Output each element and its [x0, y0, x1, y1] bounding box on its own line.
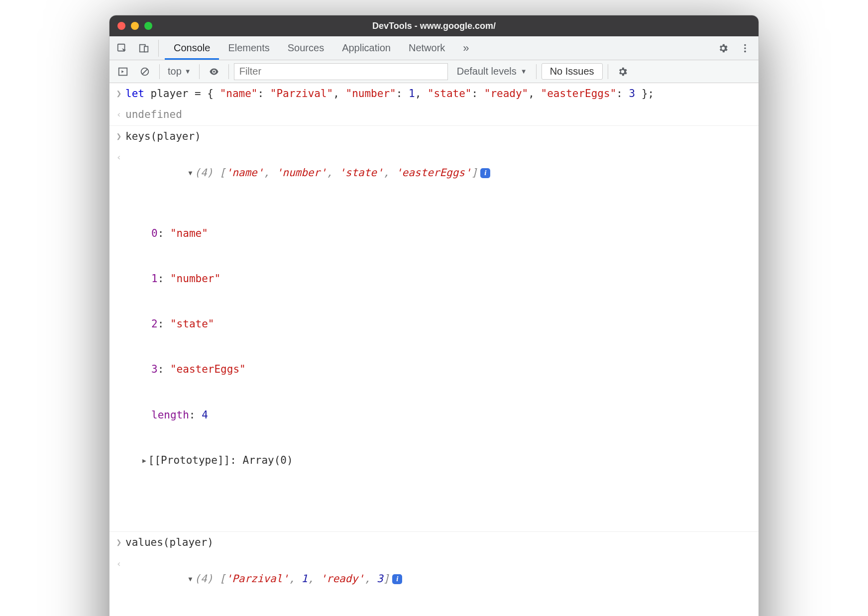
- divider: [536, 64, 537, 79]
- info-icon[interactable]: i: [480, 168, 490, 178]
- return-value: undefined: [125, 107, 754, 122]
- expand-icon[interactable]: [188, 169, 192, 178]
- divider: [158, 40, 159, 57]
- array-entry: 3: "easterEggs": [125, 362, 754, 377]
- divider: [228, 64, 229, 79]
- console-input-code: let player = { "name": "Parzival", "numb…: [125, 86, 754, 101]
- dropdown-icon: ▼: [521, 68, 527, 75]
- context-selector[interactable]: top ▼: [165, 65, 194, 78]
- close-button[interactable]: [117, 22, 125, 30]
- tab-sources[interactable]: Sources: [279, 36, 333, 60]
- console-return-row: (4) ['Parzival', 1, 'ready', 3]i 0: "Par…: [109, 553, 759, 616]
- dropdown-icon: ▼: [185, 68, 191, 75]
- console-input-row: keys(player): [109, 126, 759, 147]
- main-tabbar: Console Elements Sources Application Net…: [109, 36, 759, 60]
- zoom-button[interactable]: [144, 22, 152, 30]
- live-expression-icon[interactable]: [205, 64, 223, 80]
- console-input-code: values(player): [125, 535, 754, 550]
- array-entry: 1: "number": [125, 271, 754, 286]
- expand-icon[interactable]: [142, 456, 146, 466]
- console-output: let player = { "name": "Parzival", "numb…: [109, 83, 759, 616]
- traffic-lights: [109, 22, 152, 30]
- console-settings-icon[interactable]: [613, 64, 632, 80]
- console-toolbar: top ▼ Default levels ▼ No Issues: [109, 60, 759, 83]
- kebab-menu-icon[interactable]: [736, 40, 755, 56]
- array-entry: 0: "name": [125, 226, 754, 241]
- titlebar: DevTools - www.google.com/: [109, 15, 759, 36]
- return-chevron-icon: [112, 107, 125, 121]
- array-result[interactable]: (4) ['name', 'number', 'state', 'easterE…: [125, 150, 754, 528]
- expand-icon[interactable]: [188, 575, 192, 584]
- console-input-row: values(player): [109, 532, 759, 553]
- console-return-row: (4) ['name', 'number', 'state', 'easterE…: [109, 147, 759, 532]
- array-prototype[interactable]: [[Prototype]]: Array(0): [125, 453, 754, 468]
- tab-elements[interactable]: Elements: [219, 36, 278, 60]
- issues-button[interactable]: No Issues: [542, 63, 603, 80]
- tab-console[interactable]: Console: [165, 36, 219, 60]
- devtools-window: DevTools - www.google.com/ Console Eleme…: [109, 15, 759, 616]
- svg-point-3: [744, 44, 746, 46]
- input-chevron-icon: [112, 535, 125, 549]
- console-input-row: let player = { "name": "Parzival", "numb…: [109, 83, 759, 104]
- array-expanded: 0: "Parzival" 1: 1 2: "ready" 3: 3 lengt…: [125, 602, 754, 616]
- svg-point-5: [744, 50, 746, 52]
- divider: [159, 64, 160, 79]
- window-title: DevTools - www.google.com/: [109, 21, 759, 31]
- tab-network[interactable]: Network: [400, 36, 454, 60]
- divider: [199, 64, 200, 79]
- svg-point-4: [744, 47, 746, 49]
- console-sidebar-icon[interactable]: [113, 64, 132, 80]
- array-result[interactable]: (4) ['Parzival', 1, 'ready', 3]i 0: "Par…: [125, 556, 754, 616]
- device-toolbar-icon[interactable]: [134, 40, 153, 56]
- return-chevron-icon: [112, 556, 125, 570]
- tab-application[interactable]: Application: [333, 36, 400, 60]
- context-label: top: [168, 66, 182, 77]
- input-chevron-icon: [112, 86, 125, 100]
- array-length: length: 4: [125, 408, 754, 422]
- array-expanded: 0: "name" 1: "number" 2: "state" 3: "eas…: [125, 196, 754, 499]
- array-entry: 2: "state": [125, 316, 754, 331]
- console-input-code: keys(player): [125, 129, 754, 144]
- svg-rect-2: [144, 46, 148, 52]
- clear-console-icon[interactable]: [135, 64, 154, 80]
- console-return-row: undefined: [109, 104, 759, 125]
- input-chevron-icon: [112, 129, 125, 143]
- inspect-element-icon[interactable]: [112, 40, 131, 56]
- return-chevron-icon: [112, 150, 125, 164]
- minimize-button[interactable]: [131, 22, 139, 30]
- panel-tabs: Console Elements Sources Application Net…: [165, 36, 472, 60]
- log-levels-selector[interactable]: Default levels ▼: [453, 65, 531, 78]
- info-icon[interactable]: i: [392, 574, 402, 584]
- divider: [608, 64, 608, 79]
- levels-label: Default levels: [457, 66, 517, 77]
- settings-icon[interactable]: [714, 40, 733, 56]
- tabs-overflow-icon[interactable]: »: [454, 36, 472, 60]
- filter-input[interactable]: [234, 63, 448, 80]
